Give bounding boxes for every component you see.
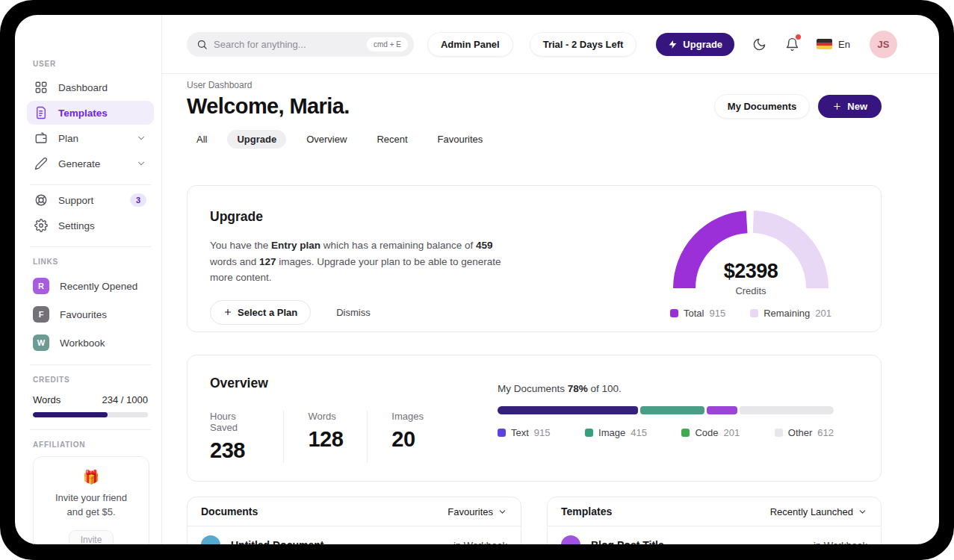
link-initial-badge: R — [33, 278, 49, 294]
invite-button[interactable]: Invite — [69, 530, 114, 544]
overview-stats: Hours Saved 238 Words 128 Images 20 — [210, 411, 471, 463]
language-selector[interactable]: En — [817, 39, 850, 50]
user-avatar[interactable]: JS — [870, 31, 897, 58]
search-input[interactable] — [214, 39, 361, 50]
legend-item-text: Text915 — [498, 427, 551, 438]
document-avatar — [201, 535, 220, 544]
stacked-bar-segment — [498, 406, 638, 414]
sidebar-link-workbook[interactable]: W Workbook — [27, 330, 154, 355]
sidebar-item-support[interactable]: Support 3 — [27, 188, 154, 212]
chevron-down-icon — [136, 158, 146, 169]
trial-days-left-button[interactable]: Trial - 2 Days Left — [530, 32, 637, 57]
sidebar-link-label: Favourites — [60, 309, 107, 320]
notification-dot — [796, 34, 801, 40]
divider — [30, 429, 151, 430]
sidebar-link-favourites[interactable]: F Favourites — [27, 302, 154, 327]
legend-swatch — [498, 429, 506, 437]
divider — [30, 184, 151, 185]
stacked-bar-segment — [740, 406, 834, 414]
tab-favourites[interactable]: Favourites — [428, 130, 493, 149]
sidebar-link-label: Workbook — [60, 337, 105, 349]
stat-words: Words 128 — [308, 411, 368, 463]
overview-card-title: Overview — [210, 376, 471, 391]
tab-upgrade[interactable]: Upgrade — [227, 130, 286, 149]
credits-donut-chart: $2398 Credits Total 915 Remaining — [669, 208, 833, 332]
notifications-button[interactable] — [784, 36, 800, 52]
tab-all[interactable]: All — [187, 130, 217, 149]
legend-swatch — [670, 309, 678, 317]
link-initial-badge: F — [33, 306, 49, 323]
sidebar-item-label: Settings — [58, 220, 95, 231]
support-count-badge: 3 — [130, 193, 146, 207]
admin-panel-button[interactable]: Admin Panel — [427, 32, 513, 57]
search-shortcut-badge: cmd + E — [367, 37, 408, 52]
plan-wallet-icon — [34, 131, 48, 145]
chevron-down-icon — [136, 133, 146, 143]
legend-swatch — [750, 309, 758, 317]
stat-hours-saved: Hours Saved 238 — [210, 411, 284, 463]
stacked-usage-bar — [498, 406, 834, 414]
documents-card-title: Documents — [201, 505, 258, 517]
new-button[interactable]: New — [818, 95, 882, 118]
chevron-down-icon — [858, 507, 867, 517]
affiliation-text-line2: and get $5. — [41, 505, 141, 520]
document-list-item[interactable]: Untitled Document in Workbook — [188, 526, 521, 544]
upgrade-card-body: You have the Entry plan which has a rema… — [210, 237, 509, 286]
tab-overview[interactable]: Overview — [297, 130, 356, 149]
link-initial-badge: W — [33, 335, 49, 351]
documents-usage-chart: My Documents 78% of 100. Text915 — [498, 383, 834, 481]
gear-icon — [34, 219, 48, 232]
sidebar-item-plan[interactable]: Plan — [27, 126, 154, 150]
search-icon — [196, 39, 208, 50]
templates-card: Templates Recently Launched Blog Post Ti… — [547, 497, 882, 544]
dark-mode-toggle[interactable] — [751, 36, 767, 52]
page-content: User Dashboard Welcome, Maria. My Docume… — [162, 74, 939, 544]
template-list-item[interactable]: Blog Post Title in Workbook — [548, 526, 881, 544]
upgrade-button[interactable]: Upgrade — [656, 33, 734, 56]
my-documents-button[interactable]: My Documents — [714, 94, 810, 119]
upgrade-card-title: Upgrade — [210, 209, 539, 225]
gift-icon: 🎁 — [41, 469, 141, 485]
template-avatar — [561, 535, 580, 544]
breadcrumb: User Dashboard — [187, 80, 882, 90]
language-label: En — [838, 39, 850, 50]
legend-item-other: Other612 — [775, 427, 834, 438]
documents-filter-dropdown[interactable]: Favourites — [447, 506, 507, 517]
affiliation-card: 🎁 Invite your friend and get $5. Invite — [33, 456, 149, 544]
german-flag-icon — [817, 39, 832, 49]
usage-legend: Text915 Image415 Code201 Other612 — [498, 427, 834, 438]
tab-recent[interactable]: Recent — [367, 130, 417, 149]
stacked-bar-segment — [707, 406, 737, 414]
sidebar-item-generate[interactable]: Generate — [27, 152, 154, 175]
moon-icon — [752, 37, 766, 52]
page-title: Welcome, Maria. — [187, 94, 350, 119]
stat-images: Images 20 — [391, 411, 447, 463]
sidebar-link-recently-opened[interactable]: R Recently Opened — [27, 273, 154, 299]
select-plan-button[interactable]: Select a Plan — [210, 300, 311, 325]
topbar: cmd + E Admin Panel Trial - 2 Days Left … — [162, 15, 939, 74]
legend-item-remaining: Remaining 201 — [750, 308, 831, 319]
templates-filter-dropdown[interactable]: Recently Launched — [770, 506, 867, 517]
templates-document-icon — [34, 106, 48, 119]
plus-icon — [832, 102, 842, 111]
device-frame: USER Dashboard Templates Plan Generate S… — [0, 0, 954, 560]
dismiss-button[interactable]: Dismiss — [336, 307, 371, 318]
documents-card: Documents Favourites Untitled Document i… — [187, 497, 521, 544]
sidebar-item-settings[interactable]: Settings — [27, 214, 154, 237]
sidebar-item-templates[interactable]: Templates — [27, 101, 154, 125]
main-area: cmd + E Admin Panel Trial - 2 Days Left … — [162, 15, 939, 544]
divider — [30, 364, 151, 365]
templates-card-title: Templates — [561, 505, 612, 517]
select-plan-label: Select a Plan — [238, 307, 297, 318]
chevron-down-icon — [498, 507, 507, 517]
sidebar-item-dashboard[interactable]: Dashboard — [27, 75, 154, 99]
search-bar[interactable]: cmd + E — [187, 32, 414, 57]
legend-swatch — [585, 429, 593, 437]
usage-caption: My Documents 78% of 100. — [498, 383, 834, 394]
sidebar-item-label: Templates — [58, 108, 108, 119]
credits-label: Credits — [669, 285, 833, 296]
sidebar-section-user: USER — [33, 60, 154, 68]
sidebar: USER Dashboard Templates Plan Generate S… — [15, 15, 162, 544]
sidebar-section-links: LINKS — [33, 258, 154, 266]
credits-amount: $2398 — [669, 260, 833, 283]
